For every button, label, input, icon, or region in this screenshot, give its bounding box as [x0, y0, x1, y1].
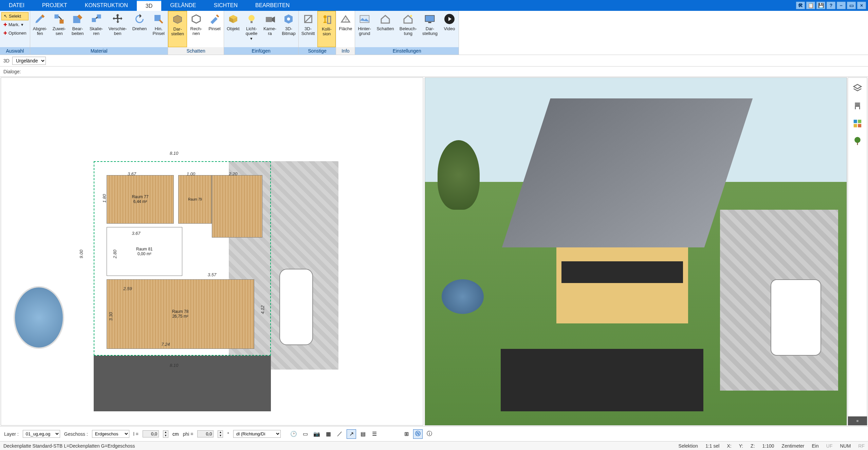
bottom-toolbar: Layer : 01_ug,eg,og Geschoss : Erdgescho… — [0, 426, 868, 441]
drehen-button[interactable]: Drehen — [130, 11, 150, 47]
palette-icon[interactable] — [852, 118, 863, 129]
play-icon — [443, 13, 456, 25]
layer-combo[interactable]: 01_ug,eg,og — [23, 430, 60, 438]
room-79[interactable]: Raum 79 — [178, 175, 212, 224]
layers-tool-icon[interactable]: ☰ — [370, 429, 379, 439]
l-input[interactable] — [143, 430, 159, 437]
tab-sichten[interactable]: SICHTEN — [205, 0, 246, 11]
svg-point-9 — [287, 18, 290, 21]
bitmap-button[interactable]: 3D- Bitmap — [279, 11, 298, 47]
darstellung-button[interactable]: Dar- stellung — [420, 11, 440, 47]
chair-icon[interactable] — [852, 100, 863, 112]
north-icon[interactable]: Ⓝ — [413, 429, 423, 439]
svg-point-29 — [854, 137, 861, 143]
phi-spinner[interactable]: ▲▼ — [218, 430, 223, 438]
tab-projekt[interactable]: PROJEKT — [33, 0, 76, 11]
flaeche-button[interactable]: ?Fläche — [336, 11, 355, 47]
tab-gelaende[interactable]: GELÄNDE — [161, 0, 205, 11]
ribbon: ↖Selekt ✚Mark.▾ ✚Optionen Auswahl Abgrei… — [0, 11, 868, 55]
tab-datei[interactable]: DATEI — [0, 0, 33, 11]
tab-konstruktion[interactable]: KONSTRUKTION — [76, 0, 137, 11]
object-icon — [227, 13, 239, 25]
line-tool-icon[interactable]: ／ — [335, 429, 345, 439]
window-buttons: 🛠 📋 💾 ? – ▭ × — [796, 0, 868, 11]
clipboard-icon[interactable]: 📋 — [806, 2, 815, 9]
help-icon[interactable]: ? — [827, 2, 835, 9]
room-81[interactable]: Raum 81 0,00 m² — [107, 227, 183, 276]
dim-100: 1.00 — [187, 171, 195, 176]
status-left: Deckenplatte Standard-STB L=Deckenplatte… — [3, 443, 135, 449]
dl-combo[interactable]: dl (Richtung/Di — [233, 430, 281, 438]
lichtquelle-button[interactable]: Licht- quelle▾ — [242, 11, 261, 47]
ortho-icon[interactable]: ↗ — [347, 429, 356, 439]
group-label-schatten: Schatten — [168, 47, 224, 55]
svg-rect-4 — [97, 15, 101, 19]
camera-tool-icon[interactable]: 📷 — [312, 429, 321, 439]
phi-input[interactable] — [197, 430, 214, 437]
room-77[interactable]: Raum 77 6,44 m² — [107, 175, 174, 224]
grid4-icon[interactable]: ⊞ — [402, 429, 411, 439]
main-area: Raum 77 6,44 m² Raum 79 Raum 81 0,00 m² … — [0, 77, 868, 426]
svg-text:?: ? — [345, 18, 347, 23]
l-spinner[interactable]: ▲▼ — [163, 430, 168, 438]
room-label: Raum 79 — [188, 198, 202, 201]
dim-724: 7.24 — [161, 342, 170, 347]
dim-180: 1.80 — [102, 194, 107, 203]
dim-367: 3.67 — [128, 171, 136, 176]
plus-icon: ✚ — [3, 31, 7, 36]
selekt-button[interactable]: ↖Selekt — [1, 12, 29, 20]
schnitt3d-button[interactable]: 3D- Schnitt — [299, 11, 318, 47]
stack-icon[interactable]: ▤ — [358, 429, 368, 439]
view-mode-icons: ⊞ Ⓝ ⓘ — [402, 429, 434, 439]
maximize-button[interactable]: ▭ — [847, 2, 856, 9]
floorplan-canvas[interactable]: Raum 77 6,44 m² Raum 79 Raum 81 0,00 m² … — [1, 78, 423, 425]
svg-rect-14 — [328, 16, 331, 23]
save-icon[interactable]: 💾 — [816, 2, 825, 9]
rechnen-button[interactable]: Rech- nen — [187, 11, 205, 47]
render-pane[interactable] — [425, 77, 847, 426]
darstellen-button[interactable]: Dar- stellen — [168, 11, 187, 47]
rect-icon[interactable]: ▭ — [300, 429, 310, 439]
bearbeiten-button[interactable]: Bear- beiten — [69, 11, 87, 47]
grid-tool-icon[interactable]: ▦ — [324, 429, 333, 439]
info-tool-icon[interactable]: ⓘ — [425, 429, 434, 439]
video-button[interactable]: Video — [440, 11, 459, 47]
cursor-icon: ↖ — [4, 14, 7, 19]
svg-rect-1 — [60, 20, 64, 24]
abgreifen-button[interactable]: Abgrei- fen — [30, 11, 50, 47]
close-button[interactable]: × — [857, 2, 866, 9]
kamera-button[interactable]: Kame- ra — [261, 11, 279, 47]
beleuchtung-button[interactable]: Beleuch- tung — [397, 11, 420, 47]
svg-rect-28 — [858, 124, 861, 127]
skalieren-button[interactable]: Skalie- ren — [87, 11, 106, 47]
tab-3d[interactable]: 3D — [137, 0, 161, 11]
staircase[interactable] — [212, 175, 262, 238]
tree-palette-icon[interactable] — [852, 135, 863, 147]
floorplan-pane[interactable]: Raum 77 6,44 m² Raum 79 Raum 81 0,00 m² … — [1, 77, 423, 426]
view-tool-icons: 🕑 ▭ 📷 ▦ ／ ↗ ▤ ☰ — [289, 429, 379, 439]
svg-rect-13 — [325, 18, 326, 22]
eyedropper-icon — [34, 13, 46, 25]
objekt-button[interactable]: Objekt — [224, 11, 242, 47]
schatten-settings-button[interactable]: Schatten — [374, 11, 396, 47]
verschieben-button[interactable]: Verschie- ben — [106, 11, 129, 47]
minimize-button[interactable]: – — [837, 2, 846, 9]
zuweisen-button[interactable]: Zuwei- sen — [50, 11, 69, 47]
optionen-button[interactable]: ✚Optionen — [1, 30, 29, 37]
clock-icon[interactable]: 🕑 — [289, 429, 298, 439]
tab-bearbeiten[interactable]: BEARBEITEN — [246, 0, 298, 11]
layers-icon[interactable] — [852, 82, 863, 94]
hinpinsel-button[interactable]: Hin. Pinsel — [149, 11, 168, 47]
pinsel-button[interactable]: Pinsel — [205, 11, 224, 47]
collapse-handle[interactable]: ≡ — [848, 416, 867, 425]
layer-select[interactable]: Urgelände — [12, 57, 46, 65]
group-label-sonstige: Sonstige — [299, 47, 336, 55]
pond-3d — [442, 279, 484, 314]
terrace — [94, 356, 271, 411]
kollision-button[interactable]: Kolli- sion — [317, 11, 336, 47]
section-icon — [302, 13, 314, 25]
geschoss-combo[interactable]: Erdgeschos — [92, 430, 129, 438]
hintergrund-button[interactable]: Hinter- grund — [355, 11, 374, 47]
mark-button[interactable]: ✚Mark.▾ — [1, 21, 29, 29]
tools-icon[interactable]: 🛠 — [796, 2, 805, 9]
